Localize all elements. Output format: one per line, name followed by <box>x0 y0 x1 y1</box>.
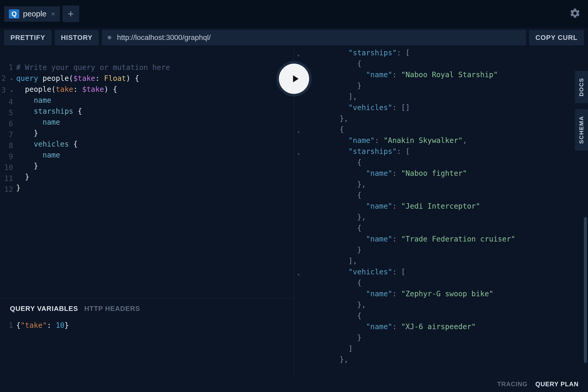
main-area: 12 ▾3 ▾456789101112 # Write your query o… <box>0 47 588 376</box>
var-line-number: 1 <box>0 320 13 331</box>
result-json[interactable]: ▾ "starships": [ { "name": "Naboo Royal … <box>294 47 588 365</box>
play-icon <box>289 73 301 85</box>
settings-button[interactable] <box>569 8 581 20</box>
add-tab-button[interactable]: + <box>63 5 79 22</box>
side-docks: DOCS SCHEMA <box>575 71 588 150</box>
gear-icon <box>569 8 581 19</box>
close-icon[interactable]: × <box>51 10 55 18</box>
run-button[interactable] <box>279 64 309 94</box>
tab-http-headers[interactable]: HTTP HEADERS <box>84 305 140 313</box>
variables-panel: QUERY VARIABLES HTTP HEADERS 1 {"take": … <box>0 298 294 376</box>
footer-tabs: TRACING QUERY PLAN <box>488 376 588 392</box>
result-pane: ▾ "starships": [ { "name": "Naboo Royal … <box>294 47 588 376</box>
tab-tracing[interactable]: TRACING <box>497 381 528 388</box>
variables-editor[interactable]: 1 {"take": 10} <box>0 316 294 335</box>
tab-badge-icon: Q <box>9 9 19 19</box>
query-editor[interactable]: 12 ▾3 ▾456789101112 # Write your query o… <box>0 47 294 298</box>
prettify-button[interactable]: PRETTIFY <box>4 30 52 45</box>
line-gutter: 12 ▾3 ▾456789101112 <box>0 62 16 298</box>
active-tab[interactable]: Q people × <box>4 6 60 22</box>
scrollbar[interactable] <box>584 217 587 363</box>
tab-bar: Q people × + <box>0 0 588 28</box>
endpoint-input[interactable]: http://localhost:3000/graphql/ <box>102 30 526 45</box>
history-button[interactable]: HISTORY <box>55 30 99 45</box>
left-pane: 12 ▾3 ▾456789101112 # Write your query o… <box>0 47 294 376</box>
code-area[interactable]: # Write your query or mutation here quer… <box>16 62 294 298</box>
copy-curl-button[interactable]: COPY CURL <box>529 30 584 45</box>
status-dot-icon <box>108 36 111 39</box>
tab-label: people <box>23 9 46 18</box>
tab-query-plan[interactable]: QUERY PLAN <box>535 381 579 388</box>
toolbar: PRETTIFY HISTORY http://localhost:3000/g… <box>0 28 588 47</box>
schema-dock[interactable]: SCHEMA <box>575 109 588 150</box>
variables-code[interactable]: {"take": 10} <box>16 320 69 331</box>
tab-query-variables[interactable]: QUERY VARIABLES <box>10 305 78 313</box>
docs-dock[interactable]: DOCS <box>575 71 588 103</box>
endpoint-url: http://localhost:3000/graphql/ <box>117 33 211 42</box>
